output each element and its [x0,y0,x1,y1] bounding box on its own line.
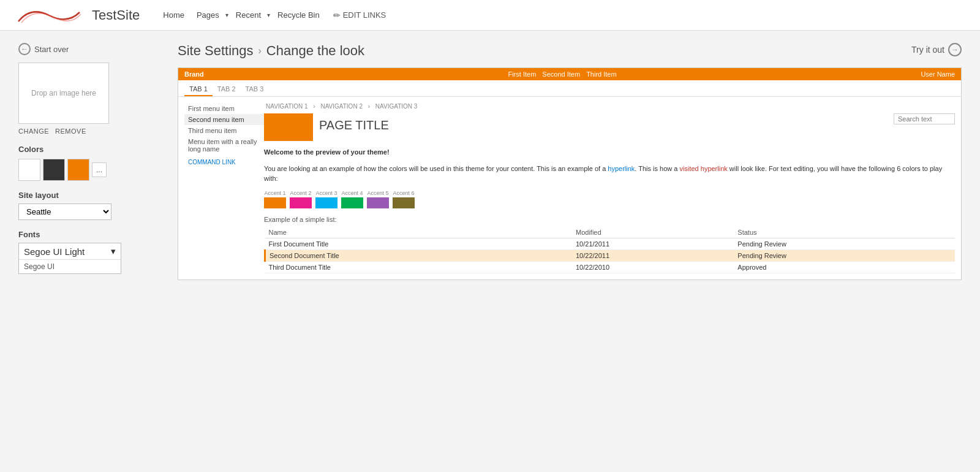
nav-pages-dropdown[interactable]: Pages ▾ [192,8,228,22]
color-swatch-white[interactable] [18,159,40,181]
preview-header-row: PAGE TITLE [264,113,955,141]
preview-topbar: Brand First Item Second Item Third Item … [178,68,961,80]
breadcrumb-area: Site Settings › Change the look Try it o… [178,43,962,280]
preview-search-input[interactable] [894,113,955,124]
preview-breadcrumb-1: NAVIGATION 1 [266,103,308,110]
preview-nav-second[interactable]: Second menu item [184,114,264,125]
table-cell-modified: 10/22/2011 [572,249,734,261]
arrow-right-icon: → [948,43,962,56]
font-dropdown-arrow: ▾ [111,246,116,257]
breadcrumb: Site Settings › Change the look [178,43,364,59]
accent-label-3: Accent 3 [315,190,337,196]
table-cell-name: Third Document Title [265,261,573,273]
edit-links-button[interactable]: ✏ EDIT LINKS [333,10,386,20]
preview-body-text: You are looking at an example of how the… [264,164,955,184]
preview-body-1: You are looking at an example of how the… [264,165,608,172]
nav-links: Home Pages ▾ Recent ▾ Recycle Bin ✏ EDIT… [158,8,386,22]
preview-tab-1[interactable]: TAB 1 [184,83,213,96]
nav-pages[interactable]: Pages [192,8,224,22]
site-layout-select[interactable]: Seattle [18,204,111,220]
accent-box-4 [341,197,363,208]
accent-label-2: Accent 2 [290,190,312,196]
preview-nav-first[interactable]: First menu item [184,103,264,114]
change-image-button[interactable]: CHANGE [18,128,49,135]
preview-content: First menu item Second menu item Third m… [178,97,961,280]
accent-label-6: Accent 6 [393,190,415,196]
preview-panel: Brand First Item Second Item Third Item … [178,67,962,280]
preview-nav-command[interactable]: COMMAND LINK [184,157,264,167]
color-more-button[interactable]: ... [92,162,107,177]
preview-nav-item-2: Second Item [542,70,580,78]
col-modified: Modified [572,227,734,238]
nav-recycle-bin[interactable]: Recycle Bin [273,8,325,22]
preview-nav-long[interactable]: Menu item with a really long name [184,136,264,154]
preview-topbar-nav: First Item Second Item Third Item [508,70,617,78]
sidebar: ← Start over Drop an image here CHANGE R… [18,43,165,280]
accent-item-6: Accent 6 [393,190,415,208]
colors-row: ... [18,159,165,181]
pages-arrow: ▾ [225,12,228,18]
colors-label: Colors [18,145,165,154]
recent-arrow: ▾ [267,12,270,18]
fonts-label: Fonts [18,230,165,239]
image-actions: CHANGE REMOVE [18,128,165,135]
preview-breadcrumb-sep-2: › [368,103,372,110]
try-it-out-button[interactable]: Try it out → [911,43,962,56]
start-over-label: Start over [34,45,69,54]
table-cell-status: Pending Review [734,249,955,261]
color-swatch-orange[interactable] [67,159,89,181]
col-name: Name [265,227,573,238]
accent-item-3: Accent 3 [315,190,337,208]
col-status: Status [734,227,955,238]
site-layout-label: Site layout [18,191,165,200]
accent-box-2 [290,197,312,208]
font-primary-label: Segoe UI Light [24,246,85,257]
breadcrumb-site-settings[interactable]: Site Settings [178,43,254,59]
table-cell-status: Pending Review [734,238,955,249]
site-title: TestSite [92,7,140,23]
site-logo [12,3,86,28]
preview-table: Name Modified Status First Document Titl… [264,227,955,273]
image-drop-label: Drop an image here [31,89,96,97]
preview-page-title: PAGE TITLE [319,113,389,132]
preview-body-2: . This is how a [635,165,679,172]
preview-breadcrumb-2: NAVIGATION 2 [320,103,363,110]
fonts-selector[interactable]: Segoe UI Light ▾ Segoe UI [18,243,121,274]
accent-item-4: Accent 4 [341,190,363,208]
preview-tabs: TAB 1 TAB 2 TAB 3 [178,80,961,97]
breadcrumb-current: Change the look [266,43,364,59]
color-swatch-dark[interactable] [43,159,65,181]
preview-left-nav: First menu item Second menu item Third m… [184,103,264,273]
accent-item-5: Accent 5 [367,190,389,208]
preview-list-title: Example of a simple list: [264,216,955,223]
preview-nav-item-1: First Item [508,70,537,78]
breadcrumb-separator: › [258,45,262,56]
table-row: Second Document Title10/22/2011Pending R… [265,249,956,261]
accent-label-1: Accent 1 [264,190,286,196]
table-cell-name: Second Document Title [265,249,573,261]
preview-welcome: Welcome to the preview of your theme! [264,147,955,158]
nav-recent[interactable]: Recent [231,8,266,22]
preview-tab-3[interactable]: TAB 3 [241,83,269,96]
preview-visited-hyperlink[interactable]: visited hyperlink [680,165,728,172]
table-row: Third Document Title10/22/2010Approved [265,261,956,273]
start-over-button[interactable]: ← Start over [18,43,165,55]
accent-item-1: Accent 1 [264,190,286,208]
remove-image-button[interactable]: REMOVE [55,128,86,135]
nav-home[interactable]: Home [158,8,189,22]
preview-logo [264,113,313,141]
back-icon: ← [18,43,31,55]
table-row: First Document Title10/21/2011Pending Re… [265,238,956,249]
accent-box-1 [264,197,286,208]
font-primary-row: Segoe UI Light ▾ [19,243,121,260]
accent-swatches: Accent 1Accent 2Accent 3Accent 4Accent 5… [264,190,955,208]
table-cell-status: Approved [734,261,955,273]
preview-nav-third[interactable]: Third menu item [184,125,264,136]
accent-label-5: Accent 5 [367,190,389,196]
preview-welcome-text: Welcome to the preview of your theme! [264,148,390,156]
preview-hyperlink[interactable]: hyperlink [608,165,635,172]
nav-recent-dropdown[interactable]: Recent ▾ [231,8,270,22]
preview-tab-2[interactable]: TAB 2 [213,83,241,96]
image-drop-area[interactable]: Drop an image here [18,63,109,124]
pencil-icon: ✏ [333,10,341,20]
